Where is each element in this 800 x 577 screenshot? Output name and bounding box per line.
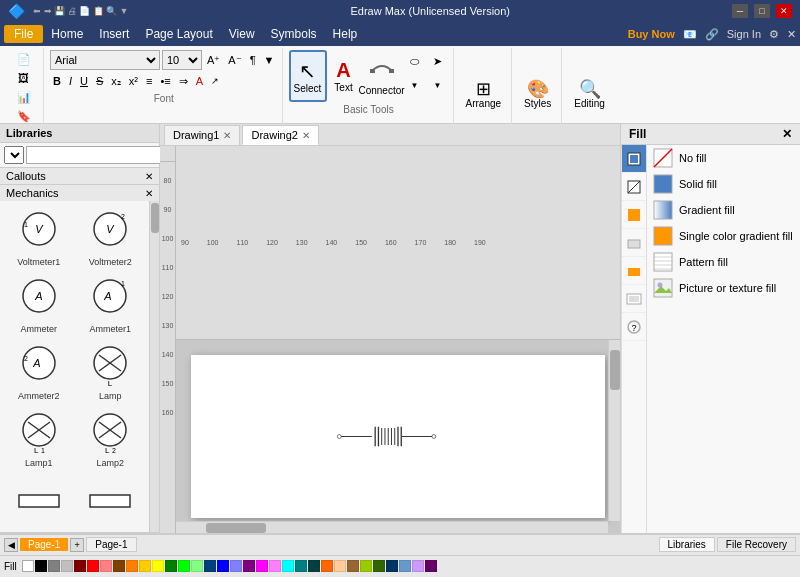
color-swatch[interactable] <box>360 560 372 572</box>
list-item[interactable]: V 2 Voltmeter2 <box>76 205 146 270</box>
strikethrough-btn[interactable]: S <box>93 72 106 90</box>
ribbon-file-btn2[interactable]: 🖼 <box>15 69 32 87</box>
bullets-btn[interactable]: •≡ <box>157 72 173 90</box>
tab-drawing1[interactable]: Drawing1 ✕ <box>164 125 240 145</box>
buy-now-link[interactable]: Buy Now <box>628 28 675 40</box>
editing-btn[interactable]: 🔍 Editing <box>570 69 609 119</box>
menu-symbols[interactable]: Symbols <box>263 25 325 43</box>
extend-icon[interactable]: ✕ <box>787 28 796 41</box>
page-prev-btn[interactable]: ◀ <box>4 538 18 552</box>
color-swatch[interactable] <box>191 560 203 572</box>
maximize-button[interactable]: □ <box>754 4 770 18</box>
list-item[interactable]: A 1 Ammeter1 <box>76 272 146 337</box>
paragraph-btn[interactable]: ¶ <box>247 51 259 69</box>
list-btn[interactable]: ≡ <box>143 72 155 90</box>
ribbon-file-btn4[interactable]: 🔖 <box>14 107 34 125</box>
color-swatch[interactable] <box>282 560 294 572</box>
color-swatch[interactable] <box>165 560 177 572</box>
connector-tool-btn[interactable]: Connector <box>361 50 403 102</box>
menu-page-layout[interactable]: Page Layout <box>137 25 220 43</box>
color-swatch[interactable] <box>35 560 47 572</box>
page-add-btn[interactable]: + <box>70 538 84 552</box>
color-swatch[interactable] <box>217 560 229 572</box>
color-swatch[interactable] <box>399 560 411 572</box>
underline-btn[interactable]: U <box>77 72 91 90</box>
styles-btn[interactable]: 🎨 Styles <box>520 69 555 119</box>
page-indicator[interactable]: Page-1 <box>20 538 68 551</box>
canvas-surface[interactable] <box>176 340 620 533</box>
mechanics-close-icon[interactable]: ✕ <box>145 188 153 199</box>
menu-view[interactable]: View <box>221 25 263 43</box>
color-swatch[interactable] <box>22 560 34 572</box>
ribbon-file-btn1[interactable]: 📄 <box>14 50 34 68</box>
select-tool-btn[interactable]: ↖ Select <box>289 50 327 102</box>
font-size-increase[interactable]: A⁺ <box>204 51 223 69</box>
toolbar-icon2[interactable]: 🔗 <box>705 28 719 41</box>
font-size-select[interactable]: 10 <box>162 50 202 70</box>
callouts-close-icon[interactable]: ✕ <box>145 171 153 182</box>
color-swatch[interactable] <box>100 560 112 572</box>
sign-in-link[interactable]: Sign In <box>727 28 761 40</box>
fill-side-icon-6[interactable] <box>622 285 646 313</box>
font-name-select[interactable]: Arial <box>50 50 160 70</box>
list-item[interactable]: L 1 Lamp1 <box>4 406 74 471</box>
fill-side-icon-4[interactable] <box>622 229 646 257</box>
overflow-btn[interactable]: ▼ <box>261 51 278 69</box>
fill-option-no-fill[interactable]: No fill <box>647 145 800 171</box>
arrange-btn[interactable]: ⊞ Arrange <box>462 69 506 119</box>
fill-side-icon-3[interactable] <box>622 201 646 229</box>
shape-extra-btn[interactable]: ▼ <box>427 74 449 96</box>
color-swatch[interactable] <box>308 560 320 572</box>
page-tab[interactable]: Page-1 <box>86 537 136 552</box>
fill-side-icon-7[interactable]: ? <box>622 313 646 341</box>
color-swatch[interactable] <box>113 560 125 572</box>
color-swatch[interactable] <box>334 560 346 572</box>
color-swatch[interactable] <box>373 560 385 572</box>
canvas-vscrollbar[interactable] <box>608 340 620 521</box>
tab-drawing1-close[interactable]: ✕ <box>223 130 231 141</box>
color-swatch[interactable] <box>295 560 307 572</box>
menu-insert[interactable]: Insert <box>91 25 137 43</box>
fill-option-gradient[interactable]: Gradient fill <box>647 197 800 223</box>
fill-side-icon-2[interactable] <box>622 173 646 201</box>
canvas-hscrollbar[interactable] <box>176 521 608 533</box>
tab-drawing2[interactable]: Drawing2 ✕ <box>242 125 318 145</box>
fill-option-picture[interactable]: Picture or texture fill <box>647 275 800 301</box>
menu-home[interactable]: Home <box>43 25 91 43</box>
color-swatch[interactable] <box>126 560 138 572</box>
list-item[interactable]: L Lamp <box>76 339 146 404</box>
color-swatch[interactable] <box>386 560 398 572</box>
color-swatch[interactable] <box>61 560 73 572</box>
list-item[interactable]: A 2 Ammeter2 <box>4 339 74 404</box>
color-swatch[interactable] <box>230 560 242 572</box>
settings-icon[interactable]: ⚙ <box>769 28 779 41</box>
color-swatch[interactable] <box>152 560 164 572</box>
subscript-btn[interactable]: x₂ <box>108 72 124 90</box>
fill-panel-close-icon[interactable]: ✕ <box>782 127 792 141</box>
italic-btn[interactable]: I <box>66 72 75 90</box>
menu-file[interactable]: File <box>4 25 43 43</box>
color-swatch[interactable] <box>425 560 437 572</box>
fill-option-pattern[interactable]: Pattern fill <box>647 249 800 275</box>
fill-option-solid[interactable]: Solid fill <box>647 171 800 197</box>
color-swatch[interactable] <box>412 560 424 572</box>
callouts-header[interactable]: Callouts ✕ <box>0 168 159 184</box>
close-button[interactable]: ✕ <box>776 4 792 18</box>
text-tool-btn[interactable]: A Text <box>328 50 360 102</box>
libraries-tab[interactable]: Libraries <box>659 537 715 552</box>
list-item[interactable]: A Ammeter <box>4 272 74 337</box>
font-color-btn[interactable]: A <box>193 72 206 90</box>
shape-more-btn[interactable]: ▼ <box>404 74 426 96</box>
expand-font-btn[interactable]: ↗ <box>208 72 222 90</box>
color-swatch[interactable] <box>139 560 151 572</box>
color-swatch[interactable] <box>74 560 86 572</box>
menu-help[interactable]: Help <box>325 25 366 43</box>
tab-drawing2-close[interactable]: ✕ <box>302 130 310 141</box>
list-item[interactable] <box>76 473 146 528</box>
color-swatch[interactable] <box>178 560 190 572</box>
color-swatch[interactable] <box>269 560 281 572</box>
font-size-decrease[interactable]: A⁻ <box>225 51 244 69</box>
color-swatch[interactable] <box>87 560 99 572</box>
fill-side-icon-5[interactable] <box>622 257 646 285</box>
minimize-button[interactable]: ─ <box>732 4 748 18</box>
